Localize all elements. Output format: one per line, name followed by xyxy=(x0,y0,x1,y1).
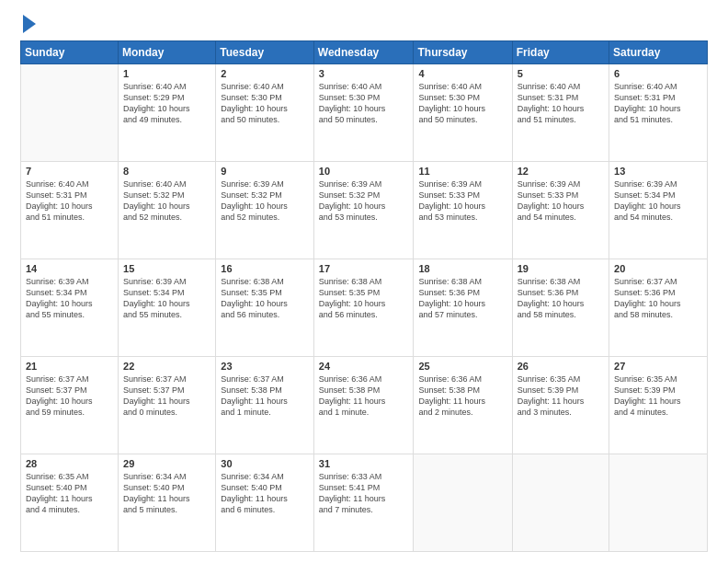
calendar-cell: 8Sunrise: 6:40 AM Sunset: 5:32 PM Daylig… xyxy=(119,162,216,259)
week-row-1: 1Sunrise: 6:40 AM Sunset: 5:29 PM Daylig… xyxy=(21,64,708,162)
day-number: 12 xyxy=(518,166,604,177)
day-number: 4 xyxy=(418,68,506,79)
day-info: Sunrise: 6:38 AM Sunset: 5:35 PM Dayligh… xyxy=(221,276,309,321)
calendar-cell xyxy=(512,454,609,552)
calendar-cell xyxy=(414,454,512,552)
header-row: SundayMondayTuesdayWednesdayThursdayFrid… xyxy=(21,41,708,64)
calendar-cell: 9Sunrise: 6:39 AM Sunset: 5:32 PM Daylig… xyxy=(216,162,314,259)
day-info: Sunrise: 6:40 AM Sunset: 5:31 PM Dayligh… xyxy=(26,178,113,224)
day-info: Sunrise: 6:40 AM Sunset: 5:32 PM Dayligh… xyxy=(123,178,210,224)
day-info: Sunrise: 6:35 AM Sunset: 5:39 PM Dayligh… xyxy=(614,373,702,419)
calendar-cell: 10Sunrise: 6:39 AM Sunset: 5:32 PM Dayli… xyxy=(313,162,414,259)
calendar-cell: 14Sunrise: 6:39 AM Sunset: 5:34 PM Dayli… xyxy=(21,259,119,357)
calendar-cell: 3Sunrise: 6:40 AM Sunset: 5:30 PM Daylig… xyxy=(313,64,414,162)
calendar-cell: 20Sunrise: 6:37 AM Sunset: 5:36 PM Dayli… xyxy=(609,259,708,357)
day-number: 7 xyxy=(26,166,113,177)
day-info: Sunrise: 6:38 AM Sunset: 5:35 PM Dayligh… xyxy=(319,276,409,321)
day-info: Sunrise: 6:40 AM Sunset: 5:31 PM Dayligh… xyxy=(518,81,604,126)
day-number: 6 xyxy=(614,68,702,79)
calendar-cell: 24Sunrise: 6:36 AM Sunset: 5:38 PM Dayli… xyxy=(313,357,414,454)
header-cell-wednesday: Wednesday xyxy=(313,41,414,64)
day-number: 28 xyxy=(26,458,113,469)
day-info: Sunrise: 6:37 AM Sunset: 5:38 PM Dayligh… xyxy=(221,373,309,419)
day-number: 16 xyxy=(221,263,309,274)
calendar-cell: 16Sunrise: 6:38 AM Sunset: 5:35 PM Dayli… xyxy=(216,259,314,357)
calendar-table: SundayMondayTuesdayWednesdayThursdayFrid… xyxy=(20,40,708,552)
day-info: Sunrise: 6:38 AM Sunset: 5:36 PM Dayligh… xyxy=(418,276,506,321)
calendar-header: SundayMondayTuesdayWednesdayThursdayFrid… xyxy=(21,41,708,64)
day-info: Sunrise: 6:39 AM Sunset: 5:34 PM Dayligh… xyxy=(26,276,113,321)
calendar-cell: 6Sunrise: 6:40 AM Sunset: 5:31 PM Daylig… xyxy=(609,64,708,162)
calendar-cell: 30Sunrise: 6:34 AM Sunset: 5:40 PM Dayli… xyxy=(216,454,314,552)
calendar-cell: 4Sunrise: 6:40 AM Sunset: 5:30 PM Daylig… xyxy=(414,64,512,162)
calendar-cell: 23Sunrise: 6:37 AM Sunset: 5:38 PM Dayli… xyxy=(216,357,314,454)
header-cell-friday: Friday xyxy=(512,41,609,64)
day-number: 14 xyxy=(26,263,113,274)
day-info: Sunrise: 6:37 AM Sunset: 5:37 PM Dayligh… xyxy=(26,373,113,419)
day-number: 8 xyxy=(123,166,210,177)
day-number: 15 xyxy=(123,263,210,274)
calendar-cell xyxy=(21,64,119,162)
day-info: Sunrise: 6:39 AM Sunset: 5:34 PM Dayligh… xyxy=(614,178,702,224)
week-row-2: 7Sunrise: 6:40 AM Sunset: 5:31 PM Daylig… xyxy=(21,162,708,259)
calendar-cell: 28Sunrise: 6:35 AM Sunset: 5:40 PM Dayli… xyxy=(21,454,119,552)
logo xyxy=(20,17,36,33)
day-info: Sunrise: 6:34 AM Sunset: 5:40 PM Dayligh… xyxy=(123,471,210,516)
day-number: 10 xyxy=(319,166,409,177)
calendar-body: 1Sunrise: 6:40 AM Sunset: 5:29 PM Daylig… xyxy=(21,64,708,552)
calendar-cell: 13Sunrise: 6:39 AM Sunset: 5:34 PM Dayli… xyxy=(609,162,708,259)
calendar-cell: 31Sunrise: 6:33 AM Sunset: 5:41 PM Dayli… xyxy=(313,454,414,552)
header-cell-monday: Monday xyxy=(119,41,216,64)
calendar-cell: 11Sunrise: 6:39 AM Sunset: 5:33 PM Dayli… xyxy=(414,162,512,259)
day-number: 25 xyxy=(418,361,506,372)
header-cell-saturday: Saturday xyxy=(609,41,708,64)
day-info: Sunrise: 6:40 AM Sunset: 5:30 PM Dayligh… xyxy=(319,81,409,126)
page: SundayMondayTuesdayWednesdayThursdayFrid… xyxy=(0,0,728,563)
calendar-cell: 29Sunrise: 6:34 AM Sunset: 5:40 PM Dayli… xyxy=(119,454,216,552)
day-info: Sunrise: 6:39 AM Sunset: 5:33 PM Dayligh… xyxy=(418,178,506,224)
day-info: Sunrise: 6:37 AM Sunset: 5:37 PM Dayligh… xyxy=(123,373,210,419)
day-number: 31 xyxy=(319,458,409,469)
day-number: 24 xyxy=(319,361,409,372)
day-info: Sunrise: 6:37 AM Sunset: 5:36 PM Dayligh… xyxy=(614,276,702,321)
day-info: Sunrise: 6:40 AM Sunset: 5:29 PM Dayligh… xyxy=(123,81,210,126)
day-info: Sunrise: 6:35 AM Sunset: 5:40 PM Dayligh… xyxy=(26,471,113,516)
day-number: 20 xyxy=(614,263,702,274)
day-info: Sunrise: 6:39 AM Sunset: 5:34 PM Dayligh… xyxy=(123,276,210,321)
day-number: 5 xyxy=(518,68,604,79)
day-number: 18 xyxy=(418,263,506,274)
day-number: 29 xyxy=(123,458,210,469)
day-number: 2 xyxy=(221,68,309,79)
calendar-cell: 7Sunrise: 6:40 AM Sunset: 5:31 PM Daylig… xyxy=(21,162,119,259)
day-info: Sunrise: 6:38 AM Sunset: 5:36 PM Dayligh… xyxy=(518,276,604,321)
calendar-cell: 27Sunrise: 6:35 AM Sunset: 5:39 PM Dayli… xyxy=(609,357,708,454)
calendar-cell: 15Sunrise: 6:39 AM Sunset: 5:34 PM Dayli… xyxy=(119,259,216,357)
calendar-cell: 1Sunrise: 6:40 AM Sunset: 5:29 PM Daylig… xyxy=(119,64,216,162)
day-number: 13 xyxy=(614,166,702,177)
day-number: 30 xyxy=(221,458,309,469)
day-info: Sunrise: 6:40 AM Sunset: 5:30 PM Dayligh… xyxy=(221,81,309,126)
day-info: Sunrise: 6:33 AM Sunset: 5:41 PM Dayligh… xyxy=(319,471,409,516)
calendar-cell: 2Sunrise: 6:40 AM Sunset: 5:30 PM Daylig… xyxy=(216,64,314,162)
day-info: Sunrise: 6:40 AM Sunset: 5:30 PM Dayligh… xyxy=(418,81,506,126)
day-info: Sunrise: 6:35 AM Sunset: 5:39 PM Dayligh… xyxy=(518,373,604,419)
header-cell-tuesday: Tuesday xyxy=(216,41,314,64)
header xyxy=(20,17,708,33)
day-number: 22 xyxy=(123,361,210,372)
calendar-cell: 18Sunrise: 6:38 AM Sunset: 5:36 PM Dayli… xyxy=(414,259,512,357)
calendar-cell: 5Sunrise: 6:40 AM Sunset: 5:31 PM Daylig… xyxy=(512,64,609,162)
day-info: Sunrise: 6:36 AM Sunset: 5:38 PM Dayligh… xyxy=(418,373,506,419)
day-info: Sunrise: 6:40 AM Sunset: 5:31 PM Dayligh… xyxy=(614,81,702,126)
day-number: 1 xyxy=(123,68,210,79)
day-number: 11 xyxy=(418,166,506,177)
day-info: Sunrise: 6:36 AM Sunset: 5:38 PM Dayligh… xyxy=(319,373,409,419)
header-cell-thursday: Thursday xyxy=(414,41,512,64)
header-cell-sunday: Sunday xyxy=(21,41,119,64)
day-info: Sunrise: 6:34 AM Sunset: 5:40 PM Dayligh… xyxy=(221,471,309,516)
day-number: 9 xyxy=(221,166,309,177)
day-info: Sunrise: 6:39 AM Sunset: 5:32 PM Dayligh… xyxy=(221,178,309,224)
calendar-cell: 12Sunrise: 6:39 AM Sunset: 5:33 PM Dayli… xyxy=(512,162,609,259)
day-number: 21 xyxy=(26,361,113,372)
day-info: Sunrise: 6:39 AM Sunset: 5:32 PM Dayligh… xyxy=(319,178,409,224)
calendar-cell xyxy=(609,454,708,552)
